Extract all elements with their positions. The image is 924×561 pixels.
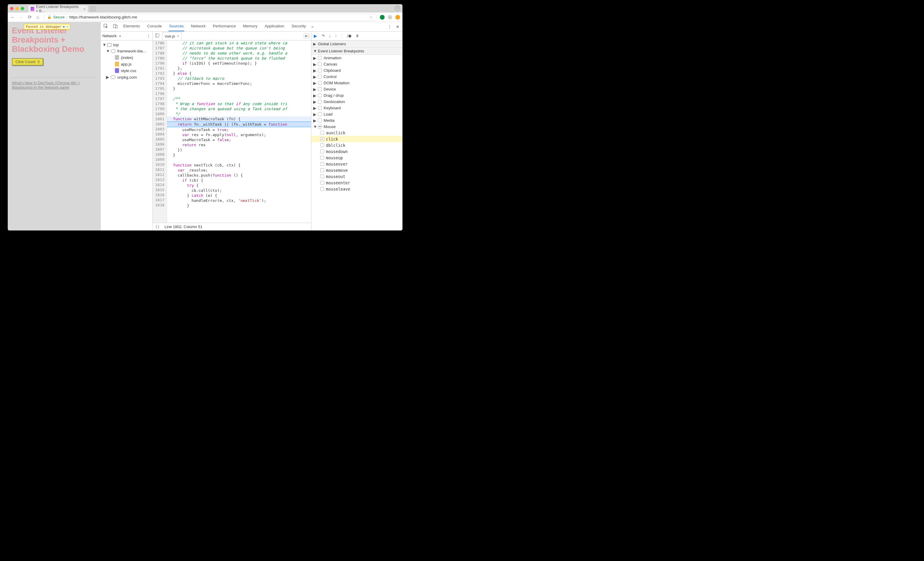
toggle-navigator-icon[interactable] (154, 33, 160, 38)
panel-tab-security[interactable]: Security (291, 22, 307, 31)
bp-category-geolocation[interactable]: ▶Geolocation (311, 99, 402, 105)
step-out-icon[interactable]: ↑ (335, 34, 337, 38)
more-panels-icon[interactable]: » (311, 24, 314, 29)
checkbox[interactable] (318, 125, 322, 129)
device-toggle-icon[interactable] (113, 24, 118, 30)
devtools-menu-icon[interactable]: ⋮ (388, 24, 392, 29)
code-area[interactable]: 1786178717881789179017911792179317941795… (153, 40, 311, 223)
file-tab-vuejs[interactable]: vue.js × (162, 32, 182, 40)
inspect-element-icon[interactable] (104, 24, 108, 30)
checkbox[interactable] (318, 81, 322, 85)
tree-domain[interactable]: ▼ framework-bla… (102, 48, 151, 54)
checkbox[interactable] (320, 131, 324, 135)
panel-tab-console[interactable]: Console (147, 22, 162, 31)
tree-file-stylecss[interactable]: style.css (102, 67, 151, 74)
close-tab-icon[interactable]: × (83, 7, 86, 11)
bp-event-mouseup[interactable]: mouseup (311, 154, 402, 161)
minimize-window-button[interactable] (15, 7, 19, 10)
navigator-tab[interactable]: Network (102, 34, 117, 38)
step-over-icon[interactable]: ↷ (321, 34, 325, 38)
bp-event-mouseenter[interactable]: mouseenter (311, 180, 402, 186)
pause-exceptions-icon[interactable]: ⏸ (356, 34, 359, 38)
close-window-button[interactable] (10, 7, 14, 10)
bp-category-clipboard[interactable]: ▶Clipboard (311, 67, 402, 74)
checkbox[interactable] (318, 62, 322, 66)
checkbox[interactable] (320, 162, 324, 166)
bp-event-click[interactable]: click (311, 136, 402, 142)
checkbox[interactable] (318, 75, 322, 79)
bp-event-mouseout[interactable]: mouseout (311, 173, 402, 180)
bp-event-mouseleave[interactable]: mouseleave (311, 186, 402, 192)
pretty-print-icon[interactable]: {} (155, 225, 160, 229)
bp-category-load[interactable]: ▶Load (311, 111, 402, 117)
extension-1-icon[interactable] (380, 15, 385, 20)
bp-event-mousedown[interactable]: mousedown (311, 148, 402, 154)
checkbox[interactable] (320, 168, 324, 172)
forward-button[interactable]: → (18, 15, 24, 20)
bp-category-device[interactable]: ▶Device (311, 86, 402, 92)
code-body[interactable]: // it can get stuck in a weird state whe… (167, 40, 311, 223)
panel-tab-application[interactable]: Application (264, 22, 285, 31)
bp-category-drag-drop[interactable]: ▶Drag / drop (311, 92, 402, 99)
url-field[interactable]: 🔒 Secure | https://framework-blackboxing… (44, 14, 377, 21)
extension-2-icon[interactable]: ••• (388, 15, 392, 20)
checkbox[interactable] (318, 118, 322, 122)
panel-tab-network[interactable]: Network (190, 22, 206, 31)
tree-top[interactable]: ▼ top (102, 42, 151, 48)
bp-event-dblclick[interactable]: dblclick (311, 142, 402, 148)
bp-event-auxclick[interactable]: auxclick (311, 129, 402, 136)
click-count-button[interactable]: Click Count: 3 (12, 58, 43, 66)
checkbox[interactable] (318, 112, 322, 116)
event-breakpoints-header[interactable]: ▼Event Listener Breakpoints (311, 48, 402, 55)
bp-category-keyboard[interactable]: ▶Keyboard (311, 105, 402, 111)
checkbox[interactable] (318, 106, 322, 110)
tree-unpkg[interactable]: ▶ unpkg.com (102, 74, 151, 80)
bp-event-mouseover[interactable]: mouseover (311, 161, 402, 167)
panel-tab-sources[interactable]: Sources (168, 22, 184, 31)
checkbox[interactable] (320, 156, 324, 160)
devtools-close-icon[interactable]: ✕ (396, 24, 399, 29)
resume-overlay-button[interactable]: ▶ (63, 25, 65, 28)
bookmark-star-icon[interactable]: ☆ (369, 15, 373, 20)
checkbox[interactable] (320, 143, 324, 147)
checkbox[interactable] (320, 187, 324, 191)
checkbox[interactable] (320, 174, 324, 178)
global-listeners-header[interactable]: ▶Global Listeners (311, 40, 402, 48)
maximize-window-button[interactable] (21, 7, 24, 10)
bp-category-canvas[interactable]: ▶Canvas (311, 61, 402, 67)
step-overlay-button[interactable]: ↷ (66, 25, 69, 28)
navigator-more-icon[interactable]: » (119, 34, 121, 38)
deactivate-breakpoints-icon[interactable]: ⧸⬣ (347, 34, 351, 38)
navigator-menu-icon[interactable]: ⋮ (147, 34, 151, 38)
checkbox[interactable] (318, 69, 322, 72)
checkbox[interactable] (318, 93, 322, 98)
checkbox[interactable] (318, 56, 322, 60)
new-tab-button[interactable] (90, 6, 96, 12)
reload-button[interactable]: ⟳ (27, 14, 32, 20)
tree-file-index[interactable]: (index) (102, 54, 151, 61)
checkbox[interactable] (320, 181, 324, 184)
checkbox[interactable] (320, 137, 324, 141)
close-file-icon[interactable]: × (177, 34, 179, 38)
checkbox[interactable] (318, 87, 322, 91)
tree-file-appjs[interactable]: app.js (102, 61, 151, 67)
step-into-icon[interactable]: ↓ (329, 34, 331, 38)
back-button[interactable]: ← (10, 15, 15, 20)
profile-icon[interactable] (395, 6, 400, 11)
bp-category-media[interactable]: ▶Media (311, 117, 402, 124)
resume-button[interactable]: ▶ (314, 33, 317, 39)
extension-3-icon[interactable] (395, 15, 400, 20)
whats-new-link[interactable]: What's New In DevTools (Chrome 66) > Bla… (12, 81, 80, 90)
bp-category-dom-mutation[interactable]: ▶DOM Mutation (311, 80, 402, 86)
toggle-debugger-icon[interactable]: ▶| (304, 33, 310, 38)
bp-category-mouse[interactable]: ▼Mouse (311, 124, 402, 129)
panel-tab-performance[interactable]: Performance (212, 22, 236, 31)
bp-category-control[interactable]: ▶Control (311, 74, 402, 80)
bp-event-mousemove[interactable]: mousemove (311, 167, 402, 173)
checkbox[interactable] (318, 100, 322, 104)
checkbox[interactable] (320, 150, 324, 153)
browser-tab[interactable]: Event Listener Breakpoints + B… × (28, 5, 88, 12)
panel-tab-memory[interactable]: Memory (242, 22, 258, 31)
bp-category-animation[interactable]: ▶Animation (311, 55, 402, 61)
panel-tab-elements[interactable]: Elements (123, 22, 141, 31)
